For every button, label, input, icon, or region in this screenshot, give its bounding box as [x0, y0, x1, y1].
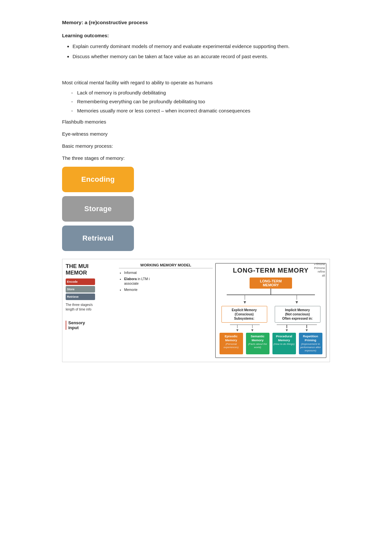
- list-item: Discuss whether memory can be taken at f…: [73, 53, 330, 60]
- repetition-priming-box: Repetition Priming(Improvement in perfor…: [299, 333, 322, 354]
- ltm-diagram: LONG-TERM MEMORY ▼: [219, 278, 323, 354]
- diagram-top-right-label: PrimonePrimonerefinealt: [314, 262, 325, 278]
- diagram-left: THE MUIMEMOR Encode Store Retrieve The t…: [66, 263, 116, 330]
- page-content: Memory: a (re)constructive process Learn…: [49, 0, 343, 375]
- ltm-arrows-row: ▼ ▼: [219, 295, 323, 305]
- ltm-top-section: LONG-TERM MEMORY: [219, 278, 323, 295]
- ltm-left-branch: ▼: [243, 295, 247, 305]
- dash-list: Lack of memory is profoundly debilitatin…: [71, 89, 330, 115]
- retrieve-box: Retrieve: [66, 294, 95, 300]
- ltm-right-branch: ▼: [295, 295, 299, 305]
- ltm-bottom-boxes: Episodic Memory(Personal experiences) Se…: [219, 333, 323, 354]
- ltm-right-bottom-conn: ▼ ▼: [272, 325, 322, 332]
- sensory-label: Sensoryinput: [68, 320, 85, 330]
- encoding-box: Encoding: [62, 167, 134, 192]
- list-item: Lack of memory is profoundly debilitatin…: [71, 89, 330, 97]
- flashbulb-label: Flashbulb memories: [62, 119, 330, 125]
- semantic-box: Semantic Memory(Facts about the world): [246, 333, 270, 354]
- diagram-middle: WORKING MEMORY MODEL Informat Elabora in…: [116, 263, 215, 294]
- three-stages-label: The three stages of memory:: [62, 155, 330, 161]
- bullet-item: Informat: [124, 270, 213, 275]
- memory-diagram: PrimonePrimonerefinealt THE MUIMEMOR Enc…: [62, 259, 330, 362]
- body-text-1: Most critical mental facility with regar…: [62, 79, 330, 87]
- ltm-right-bottom-arrows: ▼ ▼: [277, 325, 317, 332]
- bullet-item: Memorie: [124, 287, 213, 292]
- diagram-top-row: THE MUIMEMOR Encode Store Retrieve The t…: [66, 263, 326, 358]
- list-item: Explain currently dominant models of mem…: [73, 43, 330, 50]
- ltm-mid-boxes: Explicit Memory(Conscious)Subsystems: Im…: [219, 306, 323, 323]
- list-item: Memories usually more or less correct – …: [71, 107, 330, 115]
- ltm-v-line-2b: [297, 295, 297, 300]
- diagram-bullets: Informat Elabora in LTM iassociate Memor…: [119, 270, 213, 292]
- ltm-title: LONG-TERM MEMORY: [219, 267, 323, 274]
- encode-box: Encode: [66, 278, 95, 285]
- procedural-box: Procedural Memory(How to do things): [272, 333, 296, 354]
- eyewitness-label: Eye-witness memory: [62, 131, 330, 137]
- ltm-v4a: ▼: [285, 325, 289, 332]
- arrow-down-1: ▼: [243, 300, 247, 305]
- explicit-memory-box: Explicit Memory(Conscious)Subsystems:: [221, 306, 267, 323]
- bullet-item: Elabora in LTM iassociate: [124, 277, 213, 286]
- learning-outcomes-label: Learning outcomes:: [62, 33, 330, 38]
- ltm-v-line-1: [270, 289, 271, 294]
- ltm-left-bottom-arrows: ▼ ▼: [230, 325, 260, 332]
- ltm-v-line-2a: [245, 295, 245, 300]
- storage-box: Storage: [62, 196, 134, 222]
- learning-outcomes-list: Explain currently dominant models of mem…: [73, 43, 330, 60]
- ltm-v3a: ▼: [236, 325, 239, 332]
- diagram-middle-title: WORKING MEMORY MODEL: [119, 263, 213, 268]
- sensory-input: Sensoryinput: [66, 320, 114, 330]
- retrieval-box: Retrieval: [62, 226, 134, 251]
- episodic-box: Episodic Memory(Personal experiences): [220, 333, 243, 354]
- page-title: Memory: a (re)constructive process: [62, 20, 330, 25]
- diagram-right: LONG-TERM MEMORY LONG-TERM MEMORY: [215, 263, 326, 358]
- list-item: Remembering everything can be profoundly…: [71, 98, 330, 106]
- diagram-left-sub: The three stages/slength of time info: [66, 303, 114, 312]
- sensory-line: [66, 321, 66, 330]
- implicit-memory-box: Implicit Memory(Not conscious)Often expr…: [275, 306, 320, 323]
- ltm-top-box: LONG-TERM MEMORY: [250, 278, 292, 289]
- diagram-left-title: THE MUIMEMOR: [66, 263, 114, 277]
- basic-process-label: Basic memory process:: [62, 143, 330, 149]
- memory-stages: Encoding Storage Retrieval: [62, 167, 134, 251]
- ltm-left-bottom-conn: ▼ ▼: [220, 325, 270, 332]
- store-box: Store: [66, 286, 95, 293]
- diagram-left-boxes: Encode Store Retrieve: [66, 278, 114, 300]
- ltm-v4b: ▼: [305, 325, 309, 332]
- ltm-bottom-connectors: ▼ ▼: [219, 325, 323, 332]
- ltm-v3b: ▼: [251, 325, 254, 332]
- ltm-h-line: [227, 294, 315, 295]
- arrow-down-2: ▼: [295, 300, 299, 305]
